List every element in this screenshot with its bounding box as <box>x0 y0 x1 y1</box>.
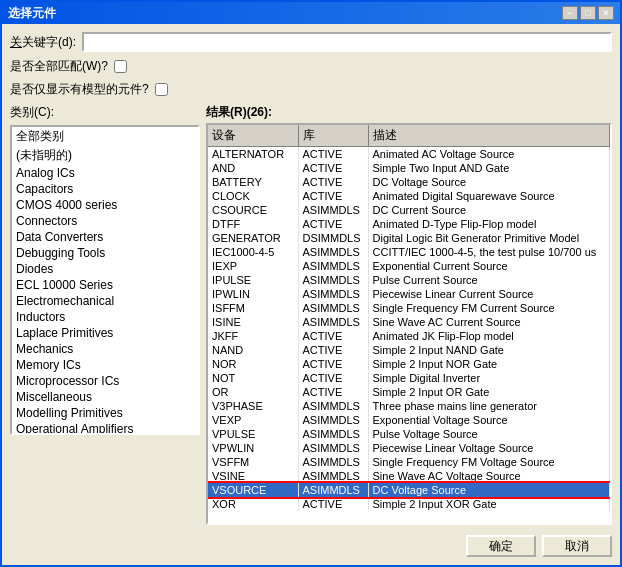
table-row[interactable]: BATTERYACTIVEDC Voltage Source <box>208 175 610 189</box>
category-item-laplace[interactable]: Laplace Primitives <box>12 325 198 341</box>
table-row[interactable]: CLOCKACTIVEAnimated Digital Squarewave S… <box>208 189 610 203</box>
table-row[interactable]: ORACTIVESimple 2 Input OR Gate <box>208 385 610 399</box>
cell-description: Exponential Current Source <box>368 259 610 273</box>
window-title: 选择元件 <box>8 5 56 22</box>
close-button[interactable]: × <box>598 6 614 20</box>
table-row[interactable]: VEXPASIMMDLSExponential Voltage Source <box>208 413 610 427</box>
table-row[interactable]: VSFFMASIMMDLSSingle Frequency FM Voltage… <box>208 455 610 469</box>
cell-device: CSOURCE <box>208 203 298 217</box>
right-panel: 结果(R)(26): 设备 库 描述 ALTERNATORACTIVEAnima… <box>206 104 612 525</box>
minimize-button[interactable]: − <box>562 6 578 20</box>
table-row[interactable]: NORACTIVESimple 2 Input NOR Gate <box>208 357 610 371</box>
title-bar-buttons: − □ × <box>562 6 614 20</box>
cell-device: VEXP <box>208 413 298 427</box>
cancel-button[interactable]: 取消 <box>542 535 612 557</box>
table-row[interactable]: IEC1000-4-5ASIMMDLSCCITT/IEC 1000-4-5, t… <box>208 245 610 259</box>
category-item-unspecified[interactable]: (未指明的) <box>12 146 198 165</box>
cell-library: ASIMMDLS <box>298 413 368 427</box>
table-row[interactable]: CSOURCEASIMMDLSDC Current Source <box>208 203 610 217</box>
cell-device: NAND <box>208 343 298 357</box>
category-item-ecl10000[interactable]: ECL 10000 Series <box>12 277 198 293</box>
cell-library: ACTIVE <box>298 343 368 357</box>
table-row[interactable]: VSINEASIMMDLSSine Wave AC Voltage Source <box>208 469 610 483</box>
table-row[interactable]: XORACTIVESimple 2 Input XOR Gate <box>208 497 610 511</box>
cell-device: VSINE <box>208 469 298 483</box>
dialog-window: 选择元件 − □ × 关关键字(d): 是否全部匹配(W)? 是否仅显示有模型的… <box>0 0 622 567</box>
cell-description: Pulse Current Source <box>368 273 610 287</box>
table-row[interactable]: VPULSEASIMMDLSPulse Voltage Source <box>208 427 610 441</box>
cell-library: ACTIVE <box>298 357 368 371</box>
cell-library: ACTIVE <box>298 385 368 399</box>
cell-description: Exponential Voltage Source <box>368 413 610 427</box>
cell-description: Simple Two Input AND Gate <box>368 161 610 175</box>
category-item-diodes[interactable]: Diodes <box>12 261 198 277</box>
category-item-data_converters[interactable]: Data Converters <box>12 229 198 245</box>
category-item-electromechanical[interactable]: Electromechanical <box>12 293 198 309</box>
category-item-all[interactable]: 全部类别 <box>12 127 198 146</box>
result-label: 结果(R)(26): <box>206 104 612 121</box>
category-item-analog_ics[interactable]: Analog ICs <box>12 165 198 181</box>
category-item-memory_ics[interactable]: Memory ICs <box>12 357 198 373</box>
cell-description: Animated Digital Squarewave Source <box>368 189 610 203</box>
main-area: 类别(C): 全部类别(未指明的)Analog ICsCapacitorsCMO… <box>10 104 612 525</box>
category-item-debugging_tools[interactable]: Debugging Tools <box>12 245 198 261</box>
table-row[interactable]: NOTACTIVESimple Digital Inverter <box>208 371 610 385</box>
cell-library: ASIMMDLS <box>298 315 368 329</box>
category-item-cmos4000[interactable]: CMOS 4000 series <box>12 197 198 213</box>
table-row[interactable]: ALTERNATORACTIVEAnimated AC Voltage Sour… <box>208 147 610 162</box>
table-row[interactable]: ISINEASIMMDLSSine Wave AC Current Source <box>208 315 610 329</box>
table-row[interactable]: ISFFMASIMMDLSSingle Frequency FM Current… <box>208 301 610 315</box>
cell-device: IPULSE <box>208 273 298 287</box>
category-item-miscellaneous[interactable]: Miscellaneous <box>12 389 198 405</box>
cell-library: ASIMMDLS <box>298 259 368 273</box>
cell-device: IPWLIN <box>208 287 298 301</box>
table-row[interactable]: VSOURCEASIMMDLSDC Voltage Source <box>208 483 610 497</box>
col-description[interactable]: 描述 <box>368 125 610 147</box>
category-label: 类别(C): <box>10 104 200 121</box>
cell-library: ACTIVE <box>298 371 368 385</box>
cell-description: Three phase mains line generator <box>368 399 610 413</box>
ok-button[interactable]: 确定 <box>466 535 536 557</box>
table-row[interactable]: IPWLINASIMMDLSPiecewise Linear Current S… <box>208 287 610 301</box>
show-model-checkbox[interactable] <box>155 83 168 96</box>
cell-library: ACTIVE <box>298 329 368 343</box>
col-device[interactable]: 设备 <box>208 125 298 147</box>
cell-device: VPWLIN <box>208 441 298 455</box>
category-item-connectors[interactable]: Connectors <box>12 213 198 229</box>
result-table[interactable]: 设备 库 描述 ALTERNATORACTIVEAnimated AC Volt… <box>206 123 612 525</box>
cell-device: IEXP <box>208 259 298 273</box>
cell-description: Single Frequency FM Voltage Source <box>368 455 610 469</box>
category-item-modelling[interactable]: Modelling Primitives <box>12 405 198 421</box>
cell-description: Piecewise Linear Voltage Source <box>368 441 610 455</box>
keyword-input[interactable] <box>82 32 612 52</box>
cell-device: NOT <box>208 371 298 385</box>
category-item-mechanics[interactable]: Mechanics <box>12 341 198 357</box>
keyword-row: 关关键字(d): <box>10 32 612 52</box>
cell-device: ALTERNATOR <box>208 147 298 162</box>
cell-device: IEC1000-4-5 <box>208 245 298 259</box>
table-row[interactable]: IPULSEASIMMDLSPulse Current Source <box>208 273 610 287</box>
cell-description: Sine Wave AC Current Source <box>368 315 610 329</box>
category-list[interactable]: 全部类别(未指明的)Analog ICsCapacitorsCMOS 4000 … <box>10 125 200 435</box>
table-row[interactable]: ANDACTIVESimple Two Input AND Gate <box>208 161 610 175</box>
table-row[interactable]: JKFFACTIVEAnimated JK Flip-Flop model <box>208 329 610 343</box>
cell-device: VSOURCE <box>208 483 298 497</box>
table-row[interactable]: NANDACTIVESimple 2 Input NAND Gate <box>208 343 610 357</box>
match-all-checkbox[interactable] <box>114 60 127 73</box>
maximize-button[interactable]: □ <box>580 6 596 20</box>
cell-library: ASIMMDLS <box>298 399 368 413</box>
table-row[interactable]: VPWLINASIMMDLSPiecewise Linear Voltage S… <box>208 441 610 455</box>
category-item-op_amps[interactable]: Operational Amplifiers <box>12 421 198 435</box>
cell-description: CCITT/IEC 1000-4-5, the test pulse 10/70… <box>368 245 610 259</box>
category-item-capacitors[interactable]: Capacitors <box>12 181 198 197</box>
category-item-microprocessor[interactable]: Microprocessor ICs <box>12 373 198 389</box>
table-row[interactable]: IEXPASIMMDLSExponential Current Source <box>208 259 610 273</box>
dialog-content: 关关键字(d): 是否全部匹配(W)? 是否仅显示有模型的元件? 类别(C): … <box>2 24 620 565</box>
title-bar: 选择元件 − □ × <box>2 2 620 24</box>
category-item-inductors[interactable]: Inductors <box>12 309 198 325</box>
table-row[interactable]: DTFFACTIVEAnimated D-Type Flip-Flop mode… <box>208 217 610 231</box>
table-row[interactable]: GENERATORDSIMMDLSDigital Logic Bit Gener… <box>208 231 610 245</box>
left-panel: 类别(C): 全部类别(未指明的)Analog ICsCapacitorsCMO… <box>10 104 200 525</box>
table-row[interactable]: V3PHASEASIMMDLSThree phase mains line ge… <box>208 399 610 413</box>
col-library[interactable]: 库 <box>298 125 368 147</box>
